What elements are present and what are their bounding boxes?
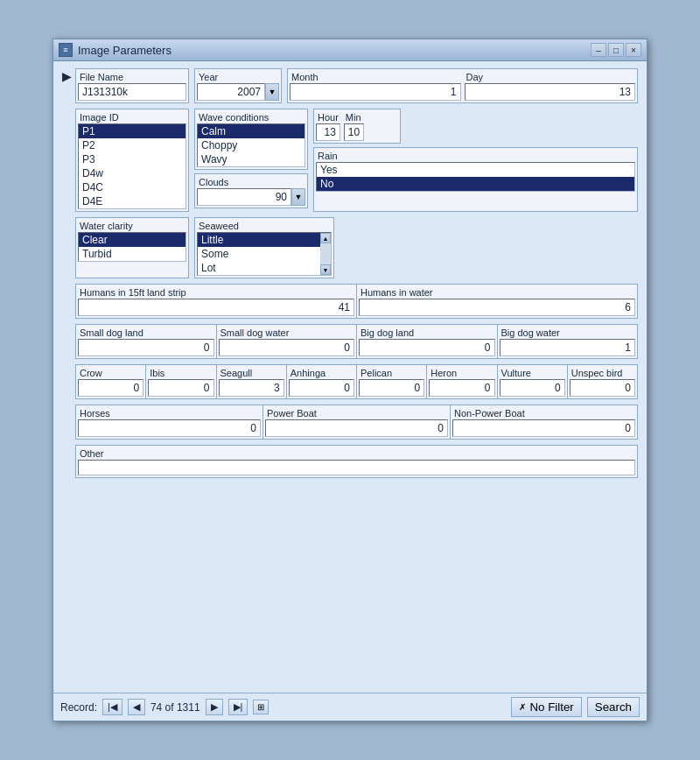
imageid-item-p3[interactable]: P3 (79, 152, 186, 166)
imageid-item-d4w[interactable]: D4w (79, 166, 186, 180)
top-row: File Name J131310k Year 2007 ▼ Mon (75, 68, 638, 103)
filter-label: No Filter (529, 700, 573, 714)
search-button[interactable]: Search (587, 697, 640, 717)
nav-grid-button[interactable]: ⊞ (253, 700, 269, 714)
seaweed-listbox[interactable]: Little Some Lot ▲ ▼ (197, 232, 332, 276)
clarity-item-clear[interactable]: Clear (79, 233, 186, 247)
year-dropdown[interactable]: 2007 ▼ (197, 83, 279, 101)
ibis-label: Ibis (148, 367, 214, 379)
wave-item-wavy[interactable]: Wavy (198, 152, 304, 166)
clarity-label: Water clarity (78, 220, 186, 232)
year-value[interactable]: 2007 (197, 83, 265, 101)
imageid-item-d4e[interactable]: D4E (79, 194, 186, 208)
pelican-value[interactable]: 0 (359, 379, 424, 397)
small-dog-land-value[interactable]: 0 (78, 339, 214, 356)
window-icon: ≡ (59, 43, 73, 57)
clouds-dropdown-arrow[interactable]: ▼ (291, 188, 305, 206)
big-dog-water-group: Big dog water 1 (497, 324, 639, 359)
imageid-item-d4c[interactable]: D4C (79, 180, 186, 194)
humans-land-value[interactable]: 41 (78, 299, 354, 316)
clouds-dropdown[interactable]: 90 ▼ (197, 188, 305, 206)
rain-label: Rain (316, 150, 635, 162)
month-day-inner: Month 1 Day 13 (290, 71, 635, 101)
big-dog-land-value[interactable]: 0 (359, 339, 495, 356)
window-controls: – □ × (591, 43, 641, 57)
hourmin-group: Hour 13 Min 10 (313, 109, 401, 144)
humans-water-value[interactable]: 6 (359, 299, 635, 316)
seaweed-group: Seaweed Little Some Lot ▲ ▼ (194, 217, 334, 278)
seaweed-items: Little Some Lot (198, 233, 320, 275)
record-label: Record: (60, 701, 97, 714)
clarity-item-turbid[interactable]: Turbid (79, 247, 186, 261)
year-label: Year (197, 71, 279, 83)
rain-item-yes[interactable]: Yes (317, 163, 634, 177)
seaweed-scroll-down[interactable]: ▼ (320, 264, 331, 275)
rain-listbox[interactable]: Yes No (316, 162, 635, 192)
vulture-label: Vulture (500, 367, 565, 379)
horses-group: Horses 0 (75, 405, 263, 440)
other-value[interactable] (78, 460, 635, 475)
power-boat-value[interactable]: 0 (265, 419, 448, 437)
ibis-value[interactable]: 0 (148, 379, 214, 397)
seaweed-item-little[interactable]: Little (198, 233, 320, 247)
maximize-button[interactable]: □ (608, 43, 624, 57)
big-dog-land-label: Big dog land (359, 327, 495, 339)
nav-first-button[interactable]: |◀ (102, 699, 122, 715)
humans-water-label: Humans in water (359, 286, 635, 299)
row3: Water clarity Clear Turbid Seaweed Littl… (75, 217, 638, 278)
small-dog-land-label: Small dog land (78, 327, 214, 339)
filename-group: File Name J131310k (75, 68, 189, 103)
filename-value[interactable]: J131310k (78, 83, 186, 101)
anhinga-value[interactable]: 0 (289, 379, 354, 397)
vulture-value[interactable]: 0 (500, 379, 565, 397)
nav-prev-button[interactable]: ◀ (128, 699, 145, 715)
no-filter-button[interactable]: ✗ No Filter (511, 697, 581, 717)
status-bar: Record: |◀ ◀ 74 of 1311 ▶ ▶| ⊞ ✗ No Filt… (53, 693, 647, 721)
wave-label: Wave conditions (197, 111, 305, 123)
wave-listbox[interactable]: Calm Choppy Wavy (197, 123, 305, 167)
day-col: Day 13 (465, 71, 636, 101)
rain-item-no[interactable]: No (317, 177, 634, 191)
wave-item-calm[interactable]: Calm (198, 124, 304, 138)
clouds-group: Clouds 90 ▼ (194, 173, 308, 208)
min-value[interactable]: 10 (344, 123, 364, 141)
seaweed-scrollbar[interactable]: ▲ ▼ (320, 233, 331, 275)
year-group: Year 2007 ▼ (194, 68, 282, 103)
crow-value[interactable]: 0 (78, 379, 144, 397)
main-form: File Name J131310k Year 2007 ▼ Mon (75, 68, 638, 478)
humans-row: Humans in 15ft land strip 41 Humans in w… (75, 284, 638, 319)
imageid-item-p2[interactable]: P2 (79, 138, 186, 152)
seagull-value[interactable]: 3 (219, 379, 284, 397)
clarity-listbox[interactable]: Clear Turbid (78, 232, 186, 262)
humans-water-group: Humans in water 6 (356, 284, 638, 319)
other-label: Other (78, 447, 635, 460)
month-value[interactable]: 1 (290, 83, 461, 101)
nav-last-button[interactable]: ▶| (228, 699, 248, 715)
day-value[interactable]: 13 (465, 83, 636, 101)
seaweed-scroll-up[interactable]: ▲ (320, 233, 331, 243)
pelican-label: Pelican (359, 367, 424, 379)
unspec-value[interactable]: 0 (570, 379, 635, 397)
nonpower-boat-value[interactable]: 0 (452, 419, 635, 437)
small-dog-land-group: Small dog land 0 (75, 324, 217, 359)
filter-icon: ✗ (519, 702, 526, 712)
close-button[interactable]: × (626, 43, 641, 57)
wave-group: Wave conditions Calm Choppy Wavy (194, 109, 308, 170)
seaweed-item-lot[interactable]: Lot (198, 261, 320, 275)
year-dropdown-arrow[interactable]: ▼ (265, 83, 279, 101)
hour-value[interactable]: 13 (316, 123, 340, 141)
small-dog-water-value[interactable]: 0 (219, 339, 355, 356)
clouds-value[interactable]: 90 (197, 188, 291, 206)
wave-item-choppy[interactable]: Choppy (198, 138, 304, 152)
ibis-group: Ibis 0 (145, 364, 216, 399)
heron-label: Heron (429, 367, 494, 379)
seaweed-item-some[interactable]: Some (198, 247, 320, 261)
imageid-item-p1[interactable]: P1 (79, 124, 186, 138)
imageid-listbox[interactable]: P1 P2 P3 D4w D4C D4E (78, 123, 186, 209)
horses-value[interactable]: 0 (78, 419, 261, 437)
nav-next-button[interactable]: ▶ (206, 699, 223, 715)
minimize-button[interactable]: – (591, 43, 606, 57)
anhinga-group: Anhinga 0 (286, 364, 357, 399)
big-dog-water-value[interactable]: 1 (500, 339, 636, 356)
heron-value[interactable]: 0 (429, 379, 494, 397)
